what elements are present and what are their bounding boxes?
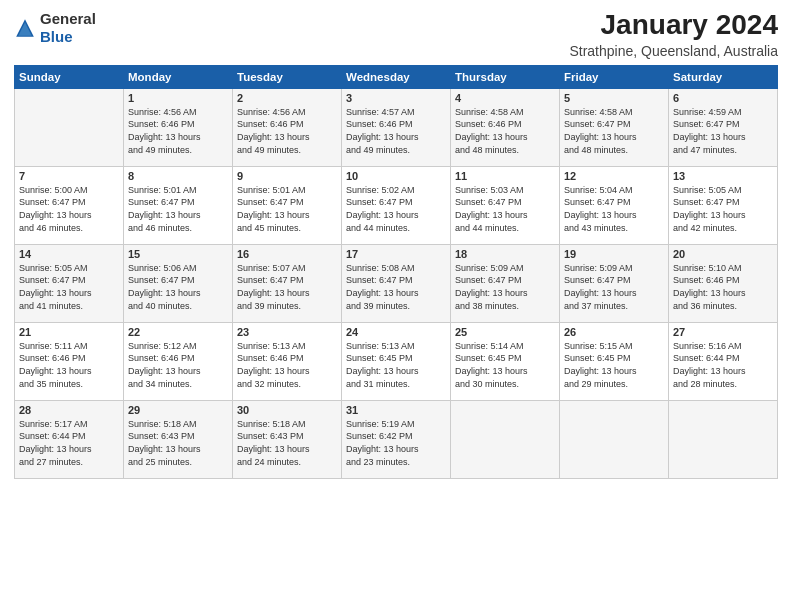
logo-text: General Blue	[40, 10, 96, 46]
day-number: 24	[346, 326, 446, 338]
calendar-week-5: 28Sunrise: 5:17 AMSunset: 6:44 PMDayligh…	[15, 400, 778, 478]
day-number: 13	[673, 170, 773, 182]
calendar-cell: 2Sunrise: 4:56 AMSunset: 6:46 PMDaylight…	[233, 88, 342, 166]
day-info: Sunrise: 5:10 AMSunset: 6:46 PMDaylight:…	[673, 262, 773, 312]
calendar-cell: 27Sunrise: 5:16 AMSunset: 6:44 PMDayligh…	[669, 322, 778, 400]
day-number: 3	[346, 92, 446, 104]
calendar-cell: 3Sunrise: 4:57 AMSunset: 6:46 PMDaylight…	[342, 88, 451, 166]
day-info: Sunrise: 5:07 AMSunset: 6:47 PMDaylight:…	[237, 262, 337, 312]
day-number: 11	[455, 170, 555, 182]
day-number: 8	[128, 170, 228, 182]
day-info: Sunrise: 4:56 AMSunset: 6:46 PMDaylight:…	[128, 106, 228, 156]
calendar-cell: 5Sunrise: 4:58 AMSunset: 6:47 PMDaylight…	[560, 88, 669, 166]
day-info: Sunrise: 5:06 AMSunset: 6:47 PMDaylight:…	[128, 262, 228, 312]
day-number: 9	[237, 170, 337, 182]
day-info: Sunrise: 5:13 AMSunset: 6:45 PMDaylight:…	[346, 340, 446, 390]
day-info: Sunrise: 5:13 AMSunset: 6:46 PMDaylight:…	[237, 340, 337, 390]
calendar-cell: 11Sunrise: 5:03 AMSunset: 6:47 PMDayligh…	[451, 166, 560, 244]
calendar-cell: 30Sunrise: 5:18 AMSunset: 6:43 PMDayligh…	[233, 400, 342, 478]
calendar-body: 1Sunrise: 4:56 AMSunset: 6:46 PMDaylight…	[15, 88, 778, 478]
calendar-cell: 29Sunrise: 5:18 AMSunset: 6:43 PMDayligh…	[124, 400, 233, 478]
calendar-week-3: 14Sunrise: 5:05 AMSunset: 6:47 PMDayligh…	[15, 244, 778, 322]
day-info: Sunrise: 4:56 AMSunset: 6:46 PMDaylight:…	[237, 106, 337, 156]
day-number: 28	[19, 404, 119, 416]
day-number: 25	[455, 326, 555, 338]
day-info: Sunrise: 5:09 AMSunset: 6:47 PMDaylight:…	[564, 262, 664, 312]
day-number: 30	[237, 404, 337, 416]
day-info: Sunrise: 4:58 AMSunset: 6:46 PMDaylight:…	[455, 106, 555, 156]
day-info: Sunrise: 4:59 AMSunset: 6:47 PMDaylight:…	[673, 106, 773, 156]
calendar-cell: 28Sunrise: 5:17 AMSunset: 6:44 PMDayligh…	[15, 400, 124, 478]
day-number: 23	[237, 326, 337, 338]
day-number: 7	[19, 170, 119, 182]
main-title: January 2024	[569, 10, 778, 41]
calendar-cell: 25Sunrise: 5:14 AMSunset: 6:45 PMDayligh…	[451, 322, 560, 400]
day-number: 31	[346, 404, 446, 416]
day-number: 6	[673, 92, 773, 104]
calendar-table: SundayMondayTuesdayWednesdayThursdayFrid…	[14, 65, 778, 479]
day-info: Sunrise: 5:11 AMSunset: 6:46 PMDaylight:…	[19, 340, 119, 390]
calendar-header: SundayMondayTuesdayWednesdayThursdayFrid…	[15, 65, 778, 88]
header: General Blue January 2024 Strathpine, Qu…	[14, 10, 778, 59]
logo-general: General	[40, 10, 96, 27]
title-block: January 2024 Strathpine, Queensland, Aus…	[569, 10, 778, 59]
calendar-cell: 20Sunrise: 5:10 AMSunset: 6:46 PMDayligh…	[669, 244, 778, 322]
header-cell-monday: Monday	[124, 65, 233, 88]
header-cell-wednesday: Wednesday	[342, 65, 451, 88]
day-number: 17	[346, 248, 446, 260]
day-info: Sunrise: 5:00 AMSunset: 6:47 PMDaylight:…	[19, 184, 119, 234]
header-cell-friday: Friday	[560, 65, 669, 88]
calendar-cell: 7Sunrise: 5:00 AMSunset: 6:47 PMDaylight…	[15, 166, 124, 244]
day-info: Sunrise: 5:17 AMSunset: 6:44 PMDaylight:…	[19, 418, 119, 468]
calendar-cell	[560, 400, 669, 478]
day-number: 18	[455, 248, 555, 260]
page-container: General Blue January 2024 Strathpine, Qu…	[0, 0, 792, 489]
header-cell-saturday: Saturday	[669, 65, 778, 88]
calendar-cell: 16Sunrise: 5:07 AMSunset: 6:47 PMDayligh…	[233, 244, 342, 322]
day-info: Sunrise: 5:14 AMSunset: 6:45 PMDaylight:…	[455, 340, 555, 390]
calendar-cell: 13Sunrise: 5:05 AMSunset: 6:47 PMDayligh…	[669, 166, 778, 244]
day-number: 2	[237, 92, 337, 104]
day-number: 4	[455, 92, 555, 104]
calendar-week-1: 1Sunrise: 4:56 AMSunset: 6:46 PMDaylight…	[15, 88, 778, 166]
day-number: 26	[564, 326, 664, 338]
day-info: Sunrise: 5:09 AMSunset: 6:47 PMDaylight:…	[455, 262, 555, 312]
calendar-cell: 10Sunrise: 5:02 AMSunset: 6:47 PMDayligh…	[342, 166, 451, 244]
day-number: 5	[564, 92, 664, 104]
day-info: Sunrise: 5:08 AMSunset: 6:47 PMDaylight:…	[346, 262, 446, 312]
calendar-cell: 14Sunrise: 5:05 AMSunset: 6:47 PMDayligh…	[15, 244, 124, 322]
day-number: 1	[128, 92, 228, 104]
calendar-cell: 4Sunrise: 4:58 AMSunset: 6:46 PMDaylight…	[451, 88, 560, 166]
day-number: 22	[128, 326, 228, 338]
header-cell-thursday: Thursday	[451, 65, 560, 88]
calendar-cell: 8Sunrise: 5:01 AMSunset: 6:47 PMDaylight…	[124, 166, 233, 244]
header-cell-tuesday: Tuesday	[233, 65, 342, 88]
header-cell-sunday: Sunday	[15, 65, 124, 88]
day-info: Sunrise: 5:01 AMSunset: 6:47 PMDaylight:…	[237, 184, 337, 234]
day-info: Sunrise: 5:01 AMSunset: 6:47 PMDaylight:…	[128, 184, 228, 234]
day-number: 15	[128, 248, 228, 260]
calendar-cell: 21Sunrise: 5:11 AMSunset: 6:46 PMDayligh…	[15, 322, 124, 400]
day-info: Sunrise: 5:03 AMSunset: 6:47 PMDaylight:…	[455, 184, 555, 234]
day-number: 21	[19, 326, 119, 338]
day-number: 12	[564, 170, 664, 182]
calendar-cell: 31Sunrise: 5:19 AMSunset: 6:42 PMDayligh…	[342, 400, 451, 478]
day-info: Sunrise: 5:05 AMSunset: 6:47 PMDaylight:…	[19, 262, 119, 312]
calendar-cell: 18Sunrise: 5:09 AMSunset: 6:47 PMDayligh…	[451, 244, 560, 322]
day-info: Sunrise: 5:15 AMSunset: 6:45 PMDaylight:…	[564, 340, 664, 390]
day-number: 29	[128, 404, 228, 416]
logo-icon	[14, 17, 36, 39]
day-info: Sunrise: 5:05 AMSunset: 6:47 PMDaylight:…	[673, 184, 773, 234]
calendar-cell: 17Sunrise: 5:08 AMSunset: 6:47 PMDayligh…	[342, 244, 451, 322]
header-row: SundayMondayTuesdayWednesdayThursdayFrid…	[15, 65, 778, 88]
logo-blue: Blue	[40, 28, 73, 45]
day-info: Sunrise: 4:58 AMSunset: 6:47 PMDaylight:…	[564, 106, 664, 156]
calendar-cell: 15Sunrise: 5:06 AMSunset: 6:47 PMDayligh…	[124, 244, 233, 322]
subtitle: Strathpine, Queensland, Australia	[569, 43, 778, 59]
calendar-week-4: 21Sunrise: 5:11 AMSunset: 6:46 PMDayligh…	[15, 322, 778, 400]
calendar-cell	[15, 88, 124, 166]
calendar-cell: 9Sunrise: 5:01 AMSunset: 6:47 PMDaylight…	[233, 166, 342, 244]
day-info: Sunrise: 4:57 AMSunset: 6:46 PMDaylight:…	[346, 106, 446, 156]
calendar-cell: 6Sunrise: 4:59 AMSunset: 6:47 PMDaylight…	[669, 88, 778, 166]
day-number: 14	[19, 248, 119, 260]
